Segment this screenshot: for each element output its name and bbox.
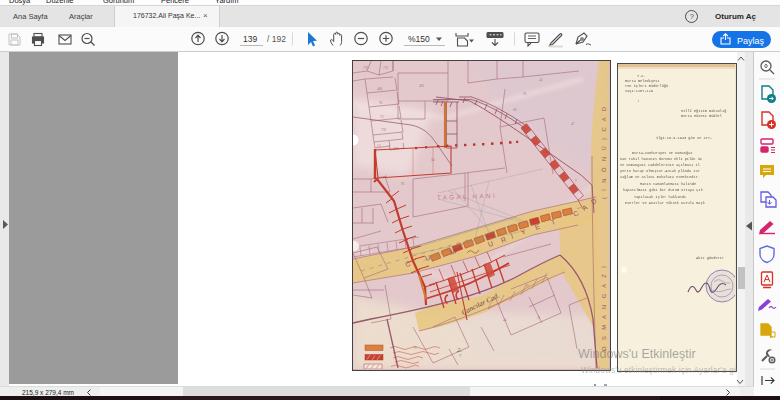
svg-text:kapatılması gibi bir durum ort: kapatılması gibi bir durum ortaya çık xyxy=(623,188,703,192)
svg-text:%150: %150 xyxy=(408,34,430,44)
svg-text:Sayı:1207-129: Sayı:1207-129 xyxy=(625,89,653,93)
svg-text:yerin harap olmuştur.Ancak plâ: yerin harap olmuştur.Ancak plânda tar xyxy=(620,169,700,173)
svg-text:Eserler ve Anıtlar Yüksek Kuru: Eserler ve Anıtlar Yüksek Kurula Başk xyxy=(625,201,705,205)
svg-text:nan Tahıl hanının durumu ekli: nan Tahıl hanının durumu ekli pılân üz xyxy=(620,157,702,161)
svg-text:Millî Eğitim Bakanlığ: Millî Eğitim Bakanlığ xyxy=(681,109,726,113)
svg-text:sağlam ve aslına muhafaza etme: sağlam ve aslına muhafaza etmektedir. xyxy=(620,175,700,179)
svg-text:/ 192: / 192 xyxy=(267,34,286,44)
svg-text:Akit gönderir: Akit gönderir xyxy=(696,256,724,260)
svg-text:İlgi:16.6.1943 gün ve 477-: İlgi:16.6.1943 gün ve 477- xyxy=(656,136,712,140)
svg-text:Bursa Müzesi müdürl: Bursa Müzesi müdürl xyxy=(681,114,722,118)
svg-text:ren İşleri müdürlüğü: ren İşleri müdürlüğü xyxy=(625,84,668,88)
svg-text:Yapılacak işler hakkında: Yapılacak işler hakkında xyxy=(634,195,687,199)
svg-text:Bursa-Cumhuriyet ve Osmanğaz: Bursa-Cumhuriyet ve Osmanğaz xyxy=(632,151,692,155)
svg-text:T.C.: T.C. xyxy=(637,74,646,78)
svg-text:Hanın tamamlanması halinde: Hanın tamamlanması halinde xyxy=(640,182,696,186)
svg-text:Paylaş: Paylaş xyxy=(737,36,765,46)
svg-text:Bursa Belediyesi: Bursa Belediyesi xyxy=(625,79,660,83)
svg-text:139: 139 xyxy=(243,34,257,44)
svg-text:↓: ↓ xyxy=(637,98,640,103)
svg-text:ve Osmangazi caddelerinin açıl: ve Osmangazi caddelerinin açılması il xyxy=(620,163,700,167)
